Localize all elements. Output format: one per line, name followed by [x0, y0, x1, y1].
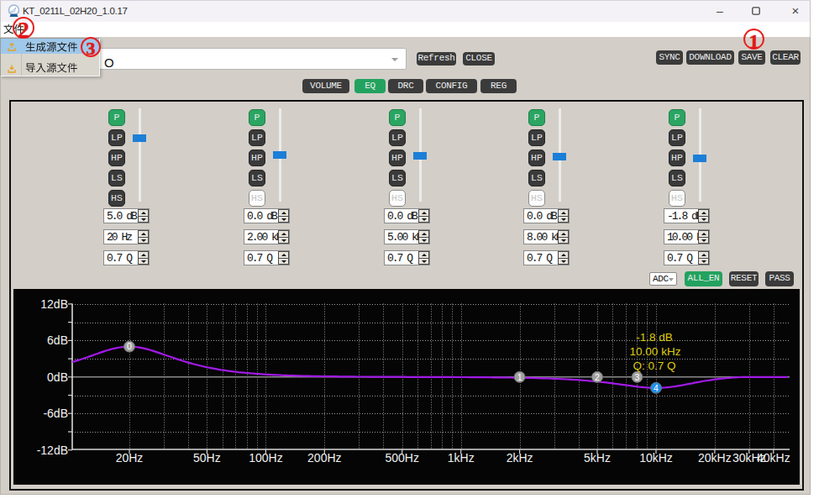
svg-text:20Hz: 20Hz — [116, 451, 144, 465]
svg-text:6dB: 6dB — [47, 333, 68, 347]
svg-text:12dB: 12dB — [40, 297, 68, 311]
svg-text:-6dB: -6dB — [43, 407, 68, 420]
svg-text:50Hz: 50Hz — [193, 451, 221, 465]
svg-text:10kHz: 10kHz — [639, 451, 673, 465]
svg-text:20kHz: 20kHz — [698, 451, 732, 465]
svg-text:3: 3 — [635, 372, 640, 382]
svg-text:2: 2 — [595, 372, 600, 382]
svg-text:4: 4 — [654, 383, 659, 393]
svg-text:1: 1 — [517, 372, 522, 382]
svg-text:0: 0 — [127, 341, 132, 351]
svg-text:-1.8 dB: -1.8 dB — [636, 331, 673, 344]
svg-text:200Hz: 200Hz — [307, 451, 341, 465]
svg-text:2kHz: 2kHz — [507, 451, 533, 465]
svg-text:500Hz: 500Hz — [385, 451, 418, 465]
svg-text:-12dB: -12dB — [37, 444, 68, 457]
svg-text:0dB: 0dB — [47, 370, 68, 384]
svg-text:100Hz: 100Hz — [249, 451, 282, 465]
svg-text:40kHz: 40kHz — [757, 451, 790, 465]
svg-text:5kHz: 5kHz — [584, 451, 611, 465]
svg-text:1kHz: 1kHz — [448, 451, 475, 465]
svg-text:Q: 0.7 Q: Q: 0.7 Q — [633, 360, 675, 372]
svg-text:10.00 kHz: 10.00 kHz — [630, 345, 681, 358]
